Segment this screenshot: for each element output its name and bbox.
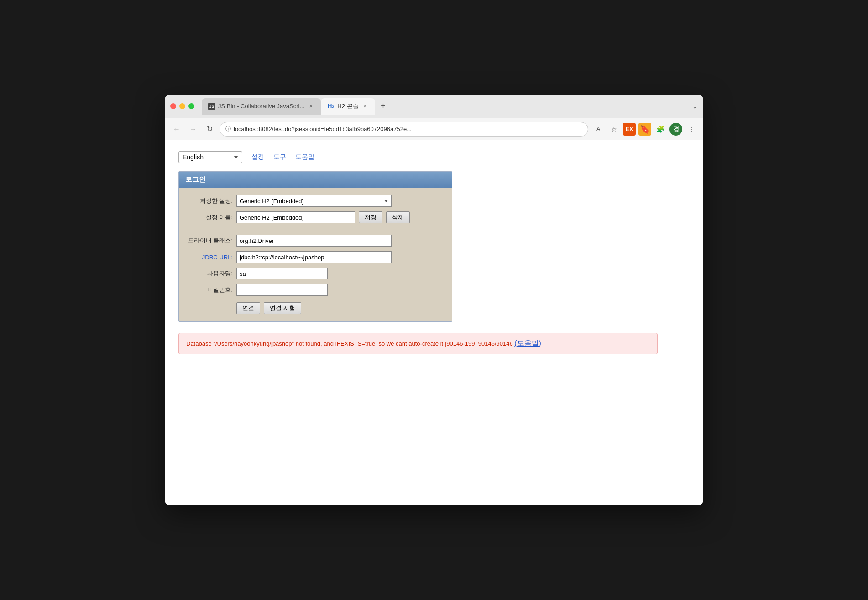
back-button[interactable]: ← bbox=[170, 123, 183, 136]
settings-name-input[interactable] bbox=[236, 211, 355, 223]
title-bar: JS JS Bin - Collaborative JavaScri... ✕ … bbox=[165, 95, 703, 118]
driver-class-row: 드라이버 클래스: bbox=[187, 235, 444, 247]
delete-button[interactable]: 삭제 bbox=[386, 211, 410, 223]
test-connection-button[interactable]: 연결 시험 bbox=[264, 302, 301, 314]
tab-h2-close[interactable]: ✕ bbox=[361, 103, 369, 110]
bookmark-button[interactable]: 🔖 bbox=[638, 123, 651, 136]
security-icon: ⓘ bbox=[225, 125, 231, 133]
username-row: 사용자명: bbox=[187, 268, 444, 279]
password-input[interactable] bbox=[236, 284, 328, 296]
login-body: 저장한 설정: Generic H2 (Embedded) 설정 이름: 저장 … bbox=[179, 188, 452, 321]
page-content: English 한국어 日本語 中文 설정 도구 도움말 로그인 저장한 설정:… bbox=[165, 140, 703, 496]
tools-menu-item[interactable]: 도구 bbox=[273, 153, 286, 161]
more-menu-button[interactable]: ⋮ bbox=[685, 123, 698, 136]
help-menu-item[interactable]: 도움말 bbox=[295, 153, 314, 161]
url-text: localhost:8082/test.do?jsessionid=fe5dd1… bbox=[234, 126, 582, 132]
minimize-button[interactable] bbox=[179, 103, 185, 109]
error-message: Database "/Users/hayoonkyung/jpashop" no… bbox=[186, 340, 514, 347]
settings-name-label: 설정 이름: bbox=[187, 213, 233, 221]
browser-window: JS JS Bin - Collaborative JavaScri... ✕ … bbox=[165, 95, 703, 505]
translate-button[interactable]: A bbox=[592, 123, 605, 136]
form-divider bbox=[187, 229, 444, 229]
close-button[interactable] bbox=[170, 103, 176, 109]
login-title: 로그인 bbox=[185, 175, 206, 183]
tab-jsbin-close[interactable]: ✕ bbox=[307, 103, 314, 110]
tab-jsbin-label: JS Bin - Collaborative JavaScri... bbox=[218, 103, 304, 110]
jdbc-url-label[interactable]: JDBC URL: bbox=[187, 254, 233, 261]
connect-button[interactable]: 연결 bbox=[236, 302, 260, 314]
settings-name-row: 설정 이름: 저장 삭제 bbox=[187, 211, 444, 223]
language-select[interactable]: English 한국어 日本語 中文 bbox=[178, 151, 242, 163]
address-bar[interactable]: ⓘ localhost:8082/test.do?jsessionid=fe5d… bbox=[220, 122, 588, 137]
puzzle-button[interactable]: 🧩 bbox=[654, 123, 667, 136]
error-box: Database "/Users/hayoonkyung/jpashop" no… bbox=[178, 333, 658, 354]
saved-settings-label: 저장한 설정: bbox=[187, 197, 233, 205]
profile-avatar[interactable]: 경 bbox=[669, 123, 682, 136]
driver-class-input[interactable] bbox=[236, 235, 392, 247]
forward-button[interactable]: → bbox=[187, 123, 199, 136]
tab-h2[interactable]: H₂ H2 콘솔 ✕ bbox=[321, 98, 375, 115]
new-tab-button[interactable]: + bbox=[377, 100, 390, 113]
tab-jsbin[interactable]: JS JS Bin - Collaborative JavaScri... ✕ bbox=[202, 98, 321, 115]
error-help-link[interactable]: (도움말) bbox=[514, 339, 541, 347]
username-input[interactable] bbox=[236, 268, 328, 279]
ex-extension-button[interactable]: EX bbox=[623, 123, 636, 136]
tab-dropdown-arrow[interactable]: ⌄ bbox=[692, 103, 698, 110]
top-menu: English 한국어 日本語 中文 설정 도구 도움말 bbox=[178, 151, 690, 163]
h2-icon: H₂ bbox=[327, 103, 335, 110]
username-label: 사용자명: bbox=[187, 269, 233, 278]
action-buttons: 연결 연결 시험 bbox=[187, 302, 444, 314]
reload-button[interactable]: ↻ bbox=[203, 123, 216, 136]
jdbc-url-input[interactable] bbox=[236, 251, 392, 263]
traffic-lights bbox=[170, 103, 194, 109]
saved-settings-select[interactable]: Generic H2 (Embedded) bbox=[236, 195, 392, 207]
tab-h2-label: H2 콘솔 bbox=[337, 102, 358, 111]
save-button[interactable]: 저장 bbox=[359, 211, 382, 223]
jsbin-icon: JS bbox=[208, 103, 215, 110]
tab-bar: JS JS Bin - Collaborative JavaScri... ✕ … bbox=[202, 98, 698, 115]
driver-class-label: 드라이버 클래스: bbox=[187, 237, 233, 245]
nav-bar: ← → ↻ ⓘ localhost:8082/test.do?jsessioni… bbox=[165, 118, 703, 140]
maximize-button[interactable] bbox=[188, 103, 194, 109]
bookmark-star-button[interactable]: ☆ bbox=[607, 123, 620, 136]
saved-settings-row: 저장한 설정: Generic H2 (Embedded) bbox=[187, 195, 444, 207]
password-row: 비밀번호: bbox=[187, 284, 444, 296]
jdbc-url-row: JDBC URL: bbox=[187, 251, 444, 263]
extension-buttons: A ☆ EX 🔖 🧩 경 ⋮ bbox=[592, 123, 698, 136]
settings-menu-item[interactable]: 설정 bbox=[251, 153, 264, 161]
login-header: 로그인 bbox=[179, 172, 452, 188]
login-panel: 로그인 저장한 설정: Generic H2 (Embedded) 설정 이름:… bbox=[178, 171, 452, 322]
password-label: 비밀번호: bbox=[187, 286, 233, 294]
